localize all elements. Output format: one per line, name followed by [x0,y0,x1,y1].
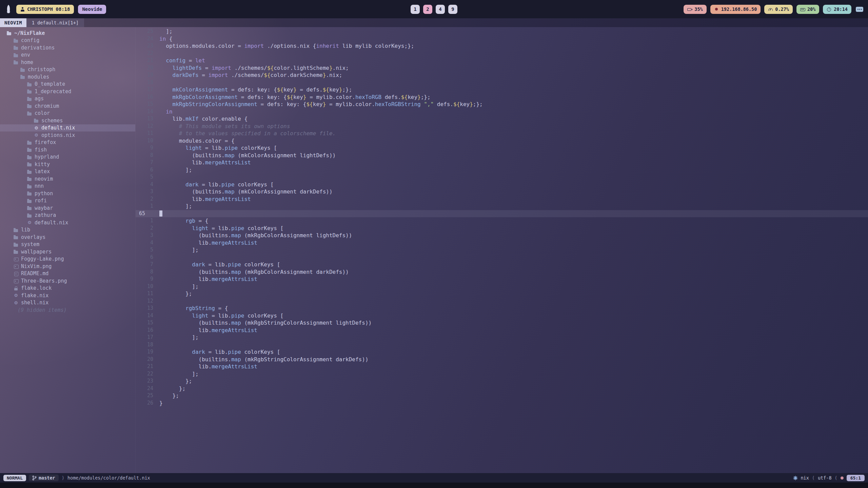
tree-item-flake-lock[interactable]: flake.lock [0,285,135,292]
tree-item-1-deprecated[interactable]: 1_deprecated [0,88,135,95]
code-line[interactable]: 7 dark = lib.pipe colorKeys [ [136,261,868,268]
code-line[interactable]: 5 [136,174,868,181]
code-line[interactable]: 20 (builtins.map (mkRgbStringColorAssign… [136,356,868,363]
cursor-line[interactable]: 65 [136,210,868,218]
status-clock[interactable]: 20:14 [823,5,851,14]
workspace-4[interactable]: 4 [436,5,445,14]
code-line[interactable]: 10 ]; [136,283,868,290]
code-line[interactable]: 23 }; [136,378,868,385]
tree-item-hyprland[interactable]: hyprland [0,154,135,161]
tree-item-9-hidden-items[interactable]: (9 hidden items) [0,306,135,314]
code-line[interactable]: 8 (builtins.map (mkRgbColorAssignment da… [136,268,868,276]
code-line[interactable]: 10 modules.color = { [136,137,868,145]
tree-item-shell-nix[interactable]: shell.nix [0,299,135,307]
code-line[interactable]: 13 rgbString = { [136,305,868,312]
code-line[interactable]: 13 lib.mkIf color.enable { [136,115,868,123]
code-line[interactable]: 21 config = let [136,57,868,64]
tree-item-flake-nix[interactable]: flake.nix [0,292,135,299]
status-cpu[interactable]: 0.27% [764,5,793,14]
code-line[interactable]: 20 lightDefs = import ./schemes/${color.… [136,64,868,72]
code-line[interactable]: 3 (builtins.map (mkRgbColorAssignment li… [136,232,868,239]
code-line[interactable]: 1 ]; [136,203,868,210]
code-line[interactable]: 23 options.modules.color = import ./opti… [136,42,868,50]
code-line[interactable]: 25 ]; [136,28,868,35]
workspace-9[interactable]: 9 [448,5,457,14]
code-line[interactable]: 17 mkColorAssignment = defs: key: {${key… [136,86,868,94]
tree-item-chromium[interactable]: chromium [0,102,135,110]
workspace-1[interactable]: 1 [411,5,420,14]
tree-item-nixflake[interactable]: ~/NixFlake [0,29,135,37]
app-badge[interactable]: Neovide [78,5,106,14]
tree-item-python[interactable]: python [0,190,135,197]
code-line[interactable]: 24 }; [136,385,868,392]
code-line[interactable]: 12 [136,298,868,305]
tree-item-ags[interactable]: ags [0,95,135,103]
tree-item-default-nix[interactable]: default.nix [0,219,135,226]
code-line[interactable]: 3 (builtins.map (mkColorAssignment darkD… [136,188,868,196]
code-line[interactable]: 22 [136,50,868,57]
tree-item-config[interactable]: config [0,37,135,44]
tree-item-modules[interactable]: modules [0,73,135,81]
tray-icon[interactable] [856,7,863,12]
code-line[interactable]: 25 }; [136,392,868,400]
code-line[interactable]: 26} [136,400,868,407]
tree-item-system[interactable]: system [0,241,135,248]
code-line[interactable]: 4 dark = lib.pipe colorKeys [ [136,181,868,188]
code-line[interactable]: 24in { [136,35,868,43]
code-line[interactable]: 5 ]; [136,246,868,254]
code-line[interactable]: 9 lib.mergeAttrsList [136,276,868,283]
code-line[interactable]: 16 lib.mergeAttrsList [136,327,868,334]
workspace-2[interactable]: 2 [423,5,432,14]
tree-item-lib[interactable]: lib [0,226,135,234]
code-line[interactable]: 9 light = lib.pipe colorKeys [ [136,144,868,152]
code-line[interactable]: 16 mkRgbColorAssignment = defs: key: {${… [136,94,868,101]
code-line[interactable]: 6 [136,254,868,261]
tree-item-overlays[interactable]: overlays [0,233,135,241]
tree-item-derivations[interactable]: derivations [0,44,135,52]
editor[interactable]: 25 ];24in {23 options.modules.color = im… [136,27,868,473]
tree-item-latex[interactable]: latex [0,168,135,176]
tree-item-wallpapers[interactable]: wallpapers [0,248,135,256]
tree-item-default-nix[interactable]: default.nix [0,124,135,132]
tree-item-readme-md[interactable]: README.md [0,270,135,278]
git-branch[interactable]: master [29,474,59,481]
user-badge[interactable]: CHRISTOPH 08:18 [16,5,74,14]
tree-item-kitty[interactable]: kitty [0,161,135,168]
tree-item-three-bears-png[interactable]: Three-Bears.png [0,277,135,285]
tree-item-fish[interactable]: fish [0,146,135,154]
tree-item-foggy-lake-png[interactable]: Foggy-Lake.png [0,256,135,263]
code-line[interactable]: 14 light = lib.pipe colorKeys [ [136,312,868,320]
tree-item-options-nix[interactable]: options.nix [0,131,135,139]
code-line[interactable]: 8 (builtins.map (mkColorAssignment light… [136,152,868,159]
tree-item-waybar[interactable]: waybar [0,204,135,212]
tree-item-home[interactable]: home [0,59,135,66]
code-line[interactable]: 4 lib.mergeAttrsList [136,239,868,247]
tree-item-schemes[interactable]: schemes [0,117,135,124]
tree-item-env[interactable]: env [0,52,135,59]
tree-item-firefox[interactable]: firefox [0,139,135,146]
code-line[interactable]: 2 lib.mergeAttrsList [136,196,868,203]
code-line[interactable]: 2 light = lib.pipe colorKeys [ [136,225,868,232]
status-network[interactable]: 192.168.86.50 [710,5,761,14]
code-line[interactable]: 6 ]; [136,166,868,174]
code-line[interactable]: 19 darkDefs = import ./schemes/${color.d… [136,72,868,79]
tree-item-neovim[interactable]: neovim [0,175,135,183]
tree-item-color[interactable]: color [0,110,135,117]
code-line[interactable]: 18 [136,341,868,349]
code-line[interactable]: 11 }; [136,290,868,298]
status-memory[interactable]: 20% [796,5,819,14]
code-line[interactable]: 22 ]; [136,370,868,378]
code-line[interactable]: 21 lib.mergeAttrsList [136,363,868,370]
tree-item-nnn[interactable]: nnn [0,183,135,190]
code-line[interactable]: 18 [136,79,868,86]
code-line[interactable]: 12 # This module sets its own options [136,123,868,130]
code-line[interactable]: 11 # to the values specified in a colors… [136,130,868,137]
tree-item-nixvim-png[interactable]: NixVim.png [0,263,135,270]
tree-item-0-template[interactable]: 0_template [0,81,135,88]
buffer-tab[interactable]: 1 default.nix[1+] [26,18,84,27]
code-line[interactable]: 17 ]; [136,334,868,341]
code-line[interactable]: 1 rgb = { [136,217,868,225]
code-line[interactable]: 15 (builtins.map (mkRgbStringColorAssign… [136,319,868,327]
tree-item-christoph[interactable]: christoph [0,66,135,74]
code-line[interactable]: 15 mkRgbStringColorAssignment = defs: ke… [136,101,868,108]
